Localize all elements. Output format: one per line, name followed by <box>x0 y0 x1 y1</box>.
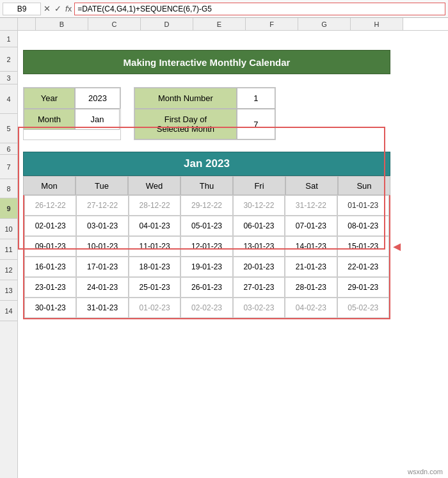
cal-cell-w3d1[interactable]: 09-01-23 <box>24 236 76 257</box>
spreadsheet: B9 ✕ ✓ fx =DATE(C4,G4,1)+SEQUENCE(6,7)-G… <box>0 0 448 478</box>
month-number-value[interactable]: 1 <box>237 88 275 109</box>
cal-week-1: 26-12-22 27-12-22 28-12-22 29-12-22 30-1… <box>24 195 389 216</box>
cal-week-2: 02-01-23 03-01-23 04-01-23 05-01-23 06-0… <box>24 216 389 236</box>
cal-cell-w3d5[interactable]: 13-01-23 <box>233 236 285 257</box>
row-num-3[interactable]: 3 <box>0 72 17 84</box>
cal-cell-w6d6[interactable]: 04-02-23 <box>285 298 337 318</box>
cal-cell-w4d1[interactable]: 16-01-23 <box>24 257 76 277</box>
row-num-14[interactable]: 14 <box>0 301 17 321</box>
cal-week-5: 23-01-23 24-01-23 25-01-23 26-01-23 27-0… <box>24 277 389 298</box>
cal-cell-w1d4[interactable]: 29-12-22 <box>180 195 232 216</box>
cal-week-3: 09-01-23 10-01-23 11-01-23 12-01-23 13-0… <box>24 236 389 257</box>
cell-reference[interactable]: B9 <box>3 3 41 15</box>
col-header-c[interactable]: C <box>88 18 141 30</box>
row-num-7[interactable]: 7 <box>0 155 17 179</box>
cal-cell-w1d3[interactable]: 28-12-22 <box>129 195 180 216</box>
cal-cell-w3d2[interactable]: 10-01-23 <box>76 236 128 257</box>
cal-cell-w2d4[interactable]: 05-01-23 <box>180 216 232 236</box>
confirm-icon[interactable]: ✓ <box>54 4 61 13</box>
cal-cell-w1d7[interactable]: 01-01-23 <box>337 195 389 216</box>
cal-cell-w6d3[interactable]: 01-02-23 <box>129 298 180 318</box>
day-tue: Tue <box>76 176 128 195</box>
day-wed: Wed <box>128 176 180 195</box>
month-number-row: Month Number 1 <box>134 88 275 109</box>
watermark: wsxdn.com <box>408 468 443 475</box>
function-icon[interactable]: fx <box>65 4 72 13</box>
cal-cell-w1d6[interactable]: 31-12-22 <box>285 195 337 216</box>
row-3 <box>23 74 443 87</box>
row-num-1[interactable]: 1 <box>0 31 17 47</box>
row-num-11[interactable]: 11 <box>0 239 17 260</box>
cal-cell-w3d4[interactable]: 12-01-23 <box>180 236 232 257</box>
row-num-8[interactable]: 8 <box>0 179 17 198</box>
cal-cell-w2d3[interactable]: 04-01-23 <box>129 216 180 236</box>
month-row: Month Jan <box>24 109 120 130</box>
cal-cell-w4d2[interactable]: 17-01-23 <box>76 257 128 277</box>
month-number-label: Month Number <box>134 88 237 109</box>
row-num-4[interactable]: 4 <box>0 84 17 114</box>
row-2-title: Making Interactive Monthly Calendar <box>23 50 443 74</box>
year-row: Year 2023 <box>24 88 120 109</box>
day-sun: Sun <box>338 176 390 195</box>
cal-cell-w3d3[interactable]: 11-01-23 <box>129 236 180 257</box>
col-header-d[interactable]: D <box>141 18 193 30</box>
cal-cell-w1d1[interactable]: 26-12-22 <box>24 195 76 216</box>
content-wrapper: Making Interactive Monthly Calendar Year… <box>18 31 448 322</box>
cal-cell-w4d4[interactable]: 19-01-23 <box>180 257 232 277</box>
row-num-10[interactable]: 10 <box>0 219 17 239</box>
day-sat: Sat <box>285 176 338 195</box>
row-num-13[interactable]: 13 <box>0 280 17 301</box>
cal-cell-w5d6[interactable]: 28-01-23 <box>285 277 337 298</box>
title-cell: Making Interactive Monthly Calendar <box>23 50 390 74</box>
col-header-e[interactable]: E <box>193 18 246 30</box>
col-header-h[interactable]: H <box>351 18 403 30</box>
cal-cell-w6d2[interactable]: 31-01-23 <box>76 298 128 318</box>
formula-icons: ✕ ✓ fx <box>44 4 72 13</box>
cal-cell-w5d2[interactable]: 24-01-23 <box>76 277 128 298</box>
cal-cell-w6d5[interactable]: 03-02-23 <box>233 298 285 318</box>
row-numbers: 1 2 3 4 5 6 7 8 9 10 11 12 13 14 <box>0 31 18 478</box>
cal-week-4: 16-01-23 17-01-23 18-01-23 19-01-23 20-0… <box>24 257 389 277</box>
cal-cell-w5d4[interactable]: 26-01-23 <box>180 277 232 298</box>
cal-cell-w2d1[interactable]: 02-01-23 <box>24 216 76 236</box>
cal-cell-w5d7[interactable]: 29-01-23 <box>337 277 389 298</box>
row-num-12[interactable]: 12 <box>0 260 17 280</box>
arrow-indicator: ◄ <box>390 239 403 254</box>
cal-cell-w1d5[interactable]: 30-12-22 <box>233 195 285 216</box>
cal-cell-w2d6[interactable]: 07-01-23 <box>285 216 337 236</box>
right-info-table: Month Number 1 First Day ofSelected Mont… <box>134 87 276 140</box>
month-value[interactable]: Jan <box>75 109 120 130</box>
row-num-2[interactable]: 2 <box>0 47 17 72</box>
cal-cell-w6d4[interactable]: 02-02-23 <box>180 298 232 318</box>
year-value[interactable]: 2023 <box>75 88 120 109</box>
cal-cell-w1d2[interactable]: 27-12-22 <box>76 195 128 216</box>
cal-cell-w2d2[interactable]: 03-01-23 <box>76 216 128 236</box>
cal-cell-w3d7[interactable]: 15-01-23 <box>337 236 389 257</box>
cancel-icon[interactable]: ✕ <box>44 4 51 13</box>
col-header-a[interactable] <box>18 18 36 30</box>
row-7-month: Jan 2023 <box>23 152 443 176</box>
cal-cell-w5d5[interactable]: 27-01-23 <box>233 277 285 298</box>
row-num-5[interactable]: 5 <box>0 114 17 143</box>
col-header-g[interactable]: G <box>298 18 351 30</box>
cal-cell-w5d3[interactable]: 25-01-23 <box>129 277 180 298</box>
first-day-row: First Day ofSelected Month 7 <box>134 109 275 139</box>
year-label: Year <box>24 88 75 109</box>
cal-cell-w4d5[interactable]: 20-01-23 <box>233 257 285 277</box>
col-header-f[interactable]: F <box>246 18 298 30</box>
cal-cell-w6d1[interactable]: 30-01-23 <box>24 298 76 318</box>
cal-cell-w6d7[interactable]: 05-02-23 <box>337 298 389 318</box>
col-header-b[interactable]: B <box>36 18 88 30</box>
row-1 <box>23 33 443 50</box>
cal-cell-w2d5[interactable]: 06-01-23 <box>233 216 285 236</box>
cal-cell-w5d1[interactable]: 23-01-23 <box>24 277 76 298</box>
cal-cell-w4d7[interactable]: 22-01-23 <box>337 257 389 277</box>
cal-cell-w3d6[interactable]: 14-01-23 <box>285 236 337 257</box>
first-day-value[interactable]: 7 <box>237 109 275 139</box>
cal-cell-w4d6[interactable]: 21-01-23 <box>285 257 337 277</box>
row-num-9[interactable]: 9 <box>0 198 17 219</box>
formula-input[interactable]: =DATE(C4,G4,1)+SEQUENCE(6,7)-G5 <box>74 3 445 15</box>
cal-cell-w4d3[interactable]: 18-01-23 <box>129 257 180 277</box>
row-num-6[interactable]: 6 <box>0 143 17 155</box>
cal-cell-w2d7[interactable]: 08-01-23 <box>337 216 389 236</box>
